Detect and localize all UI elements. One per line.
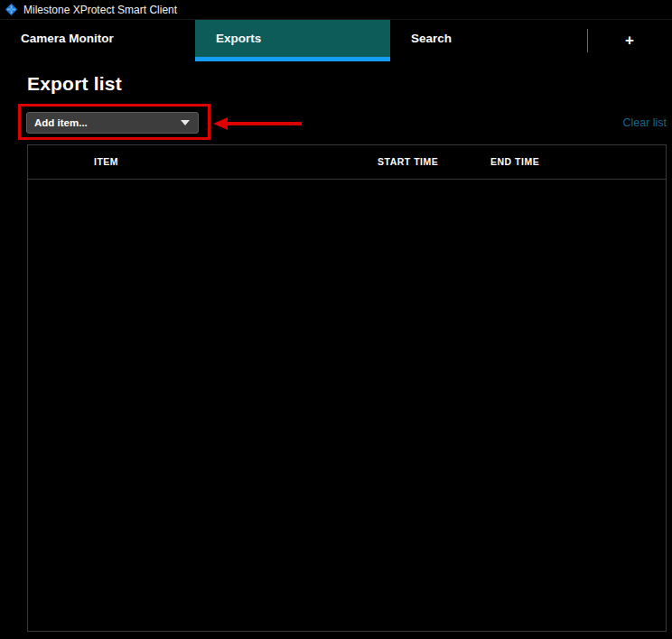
add-item-dropdown[interactable]: Add item... xyxy=(26,112,199,134)
export-list-table: ITEM START TIME END TIME xyxy=(27,144,667,632)
tab-camera-monitor-label: Camera Monitor xyxy=(21,32,114,45)
window-title: Milestone XProtect Smart Client xyxy=(23,4,177,16)
app-window: Milestone XProtect Smart Client Camera M… xyxy=(0,0,672,639)
chevron-down-icon xyxy=(181,120,190,125)
tab-exports-label: Exports xyxy=(216,32,261,45)
plus-icon: + xyxy=(625,32,634,50)
title-bar: Milestone XProtect Smart Client xyxy=(0,0,672,20)
column-header-item[interactable]: ITEM xyxy=(94,156,118,167)
annotation-arrow-icon xyxy=(213,116,303,132)
column-header-start-time[interactable]: START TIME xyxy=(378,156,438,167)
tab-search-label: Search xyxy=(411,32,452,45)
page-title: Export list xyxy=(27,73,122,95)
add-item-dropdown-value: Add item... xyxy=(34,117,181,128)
tab-exports[interactable]: Exports xyxy=(195,20,390,61)
milestone-logo-icon xyxy=(5,3,18,16)
clear-list-link[interactable]: Clear list xyxy=(622,116,667,129)
new-tab-button[interactable]: + xyxy=(588,20,671,61)
tab-bar: Camera Monitor Exports Search + xyxy=(0,20,672,61)
tab-camera-monitor[interactable]: Camera Monitor xyxy=(0,20,195,61)
column-header-end-time[interactable]: END TIME xyxy=(490,156,539,167)
table-body-empty xyxy=(28,180,666,631)
tab-search[interactable]: Search xyxy=(390,20,586,61)
table-header-row: ITEM START TIME END TIME xyxy=(28,145,666,180)
